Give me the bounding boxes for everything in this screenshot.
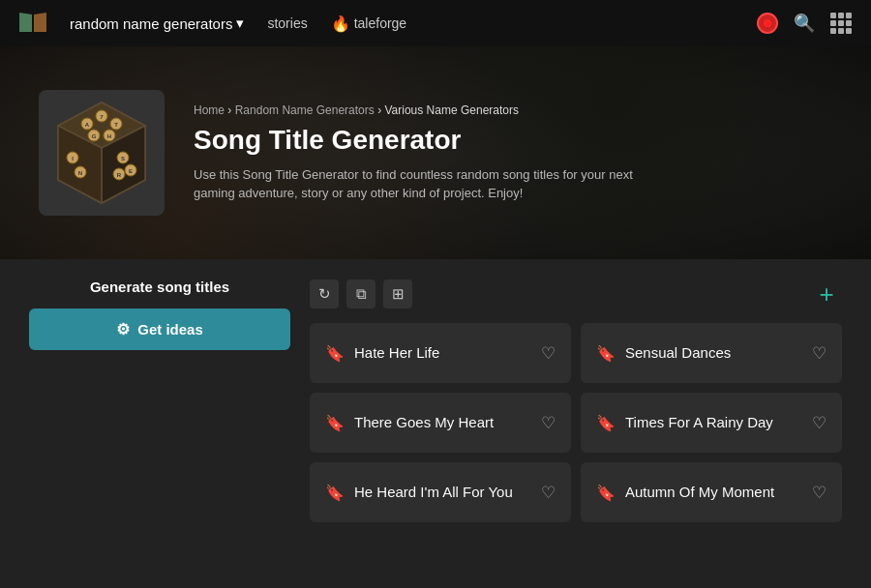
get-ideas-button[interactable]: ⚙ Get ideas [29,309,290,350]
breadcrumb-random[interactable]: Random Name Generators [235,103,375,117]
grid-view-icon: ⊞ [392,285,405,303]
hero-image-container: A 7 T G H S E R I N [39,90,165,216]
svg-text:G: G [92,133,97,139]
site-logo[interactable] [19,13,46,34]
nav-random-name-generators[interactable]: random name generators ▾ [70,15,244,32]
breadcrumb-current: Various Name Generators [384,103,519,117]
record-button[interactable] [757,13,778,34]
result-card-left-r2: 🔖 Sensual Dances [596,343,812,363]
hero-section: A 7 T G H S E R I N Home › [0,46,871,259]
navbar: random name generators ▾ stories 🔥 talef… [0,0,871,46]
dropdown-chevron-icon: ▾ [236,15,244,32]
bookmark-icon: 🔖 [325,344,345,363]
get-ideas-label: Get ideas [137,321,203,338]
svg-text:S: S [121,156,125,162]
svg-text:N: N [78,170,82,176]
bookmark-icon: 🔖 [596,344,616,363]
svg-text:R: R [117,172,122,178]
fire-icon: 🔥 [331,15,350,33]
result-title-r3: There Goes My Heart [354,413,494,432]
left-panel: Generate song titles ⚙ Get ideas [29,279,290,569]
bookmark-icon: 🔖 [325,414,345,432]
nav-stories[interactable]: stories [267,15,307,31]
copy-icon: ⧉ [356,285,367,303]
heart-icon-r1[interactable]: ♡ [541,343,556,364]
bookmark-icon: 🔖 [596,484,616,502]
bookmark-icon: 🔖 [596,414,616,432]
refresh-icon: ↻ [318,285,331,303]
logo-books-icon [19,13,46,34]
result-card-left-r3: 🔖 There Goes My Heart [325,413,541,432]
results-grid: 🔖 Hate Her Life ♡ 🔖 Sensual Dances ♡ 🔖 T… [310,323,842,522]
grid-view-button[interactable]: ⊞ [383,279,412,309]
result-title-r5: He Heard I'm All For You [354,483,513,502]
gear-icon: ⚙ [116,320,130,338]
results-toolbar: ↻ ⧉ ⊞ + [310,279,842,309]
breadcrumb: Home › Random Name Generators › Various … [194,103,832,117]
result-card-r3[interactable]: 🔖 There Goes My Heart ♡ [310,393,571,453]
result-card-r6[interactable]: 🔖 Autumn Of My Moment ♡ [581,462,842,522]
panel-title: Generate song titles [29,279,290,295]
nav-taleforge[interactable]: 🔥 taleforge [331,15,406,33]
result-title-r4: Times For A Rainy Day [625,413,773,432]
main-content: Generate song titles ⚙ Get ideas ↻ ⧉ ⊞ + [0,259,871,588]
page-title: Song Title Generator [194,125,832,156]
svg-text:T: T [114,122,118,128]
result-title-r6: Autumn Of My Moment [625,483,774,502]
dice-typewriter-graphic: A 7 T G H S E R I N [44,95,160,211]
svg-text:H: H [107,133,111,139]
result-card-left-r1: 🔖 Hate Her Life [325,343,541,363]
bookmark-icon: 🔖 [325,484,345,502]
result-title-r2: Sensual Dances [625,343,731,363]
heart-icon-r5[interactable]: ♡ [541,483,556,503]
result-card-r1[interactable]: 🔖 Hate Her Life ♡ [310,323,571,383]
result-card-left-r6: 🔖 Autumn Of My Moment [596,483,812,502]
nav-icons-group: 🔍 [757,13,852,34]
svg-text:A: A [85,122,90,128]
result-card-r5[interactable]: 🔖 He Heard I'm All For You ♡ [310,462,571,522]
heart-icon-r3[interactable]: ♡ [541,413,556,433]
search-icon[interactable]: 🔍 [794,13,815,34]
result-card-left-r5: 🔖 He Heard I'm All For You [325,483,541,502]
hero-image: A 7 T G H S E R I N [39,90,165,216]
right-panel: ↻ ⧉ ⊞ + 🔖 Hate Her Life ♡ 🔖 Sensual Danc… [310,279,842,569]
grid-menu-icon[interactable] [830,13,852,34]
result-title-r1: Hate Her Life [354,343,439,363]
copy-button[interactable]: ⧉ [346,279,375,309]
hero-description: Use this Song Title Generator to find co… [194,165,677,203]
heart-icon-r2[interactable]: ♡ [812,343,826,364]
add-icon: + [819,279,833,309]
refresh-button[interactable]: ↻ [310,279,339,309]
svg-text:E: E [129,168,133,174]
result-card-r4[interactable]: 🔖 Times For A Rainy Day ♡ [581,393,842,453]
heart-icon-r4[interactable]: ♡ [812,413,826,433]
hero-content: Home › Random Name Generators › Various … [194,103,832,203]
result-card-left-r4: 🔖 Times For A Rainy Day [596,413,812,432]
add-button[interactable]: + [811,279,842,309]
heart-icon-r6[interactable]: ♡ [812,483,826,503]
breadcrumb-home[interactable]: Home [194,103,225,117]
result-card-r2[interactable]: 🔖 Sensual Dances ♡ [581,323,842,383]
